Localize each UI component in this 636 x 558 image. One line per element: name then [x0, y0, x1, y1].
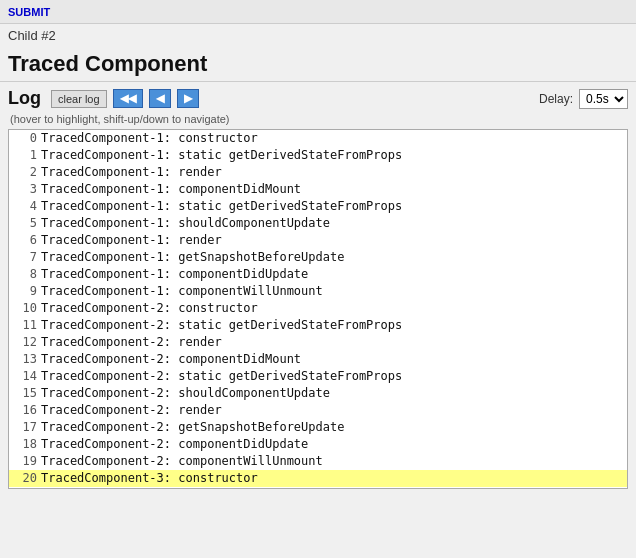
- log-entry[interactable]: 5TracedComponent-1: shouldComponentUpdat…: [9, 215, 627, 232]
- nav-back-button[interactable]: ◀◀: [113, 89, 143, 108]
- log-section: Log clear log ◀◀ ◀ ▶ Delay: 0.5s 1s 2s (…: [0, 82, 636, 495]
- log-entry[interactable]: 18TracedComponent-2: componentDidUpdate: [9, 436, 627, 453]
- log-text: TracedComponent-2: componentDidUpdate: [41, 437, 308, 451]
- log-entry[interactable]: 17TracedComponent-2: getSnapshotBeforeUp…: [9, 419, 627, 436]
- submit-link[interactable]: SUBMIT: [8, 6, 50, 18]
- top-bar: SUBMIT: [0, 0, 636, 24]
- log-index: 19: [13, 454, 37, 468]
- delay-select[interactable]: 0.5s 1s 2s: [579, 89, 628, 109]
- log-index: 14: [13, 369, 37, 383]
- log-text: TracedComponent-2: shouldComponentUpdate: [41, 386, 330, 400]
- log-index: 1: [13, 148, 37, 162]
- log-text: TracedComponent-2: render: [41, 403, 222, 417]
- log-index: 11: [13, 318, 37, 332]
- clear-log-button[interactable]: clear log: [51, 90, 107, 108]
- log-index: 3: [13, 182, 37, 196]
- log-entry[interactable]: 20TracedComponent-3: constructor: [9, 470, 627, 487]
- log-text: TracedComponent-1: componentWillUnmount: [41, 284, 323, 298]
- component-title: Traced Component: [0, 45, 636, 82]
- log-entry[interactable]: 11TracedComponent-2: static getDerivedSt…: [9, 317, 627, 334]
- log-entry[interactable]: 10TracedComponent-2: constructor: [9, 300, 627, 317]
- log-entry[interactable]: 16TracedComponent-2: render: [9, 402, 627, 419]
- log-index: 10: [13, 301, 37, 315]
- log-text: TracedComponent-1: render: [41, 165, 222, 179]
- log-container[interactable]: 0TracedComponent-1: constructor1TracedCo…: [8, 129, 628, 489]
- log-text: TracedComponent-2: constructor: [41, 301, 258, 315]
- log-text: TracedComponent-2: getSnapshotBeforeUpda…: [41, 420, 344, 434]
- log-index: 0: [13, 131, 37, 145]
- log-index: 5: [13, 216, 37, 230]
- log-text: TracedComponent-1: shouldComponentUpdate: [41, 216, 330, 230]
- log-text: TracedComponent-1: getSnapshotBeforeUpda…: [41, 250, 344, 264]
- log-text: TracedComponent-2: render: [41, 335, 222, 349]
- log-index: 13: [13, 352, 37, 366]
- log-entry[interactable]: 15TracedComponent-2: shouldComponentUpda…: [9, 385, 627, 402]
- log-text: TracedComponent-1: static getDerivedStat…: [41, 148, 402, 162]
- log-index: 7: [13, 250, 37, 264]
- delay-label: Delay:: [539, 92, 573, 106]
- nav-prev-button[interactable]: ◀: [149, 89, 171, 108]
- log-entry[interactable]: 9TracedComponent-1: componentWillUnmount: [9, 283, 627, 300]
- log-entry[interactable]: 13TracedComponent-2: componentDidMount: [9, 351, 627, 368]
- log-index: 15: [13, 386, 37, 400]
- log-entry[interactable]: 2TracedComponent-1: render: [9, 164, 627, 181]
- log-entry[interactable]: 3TracedComponent-1: componentDidMount: [9, 181, 627, 198]
- log-entry[interactable]: 7TracedComponent-1: getSnapshotBeforeUpd…: [9, 249, 627, 266]
- log-index: 6: [13, 233, 37, 247]
- log-text: TracedComponent-1: render: [41, 233, 222, 247]
- log-index: 12: [13, 335, 37, 349]
- log-entry[interactable]: 4TracedComponent-1: static getDerivedSta…: [9, 198, 627, 215]
- log-entry[interactable]: 12TracedComponent-2: render: [9, 334, 627, 351]
- log-entry[interactable]: 19TracedComponent-2: componentWillUnmoun…: [9, 453, 627, 470]
- log-index: 4: [13, 199, 37, 213]
- nav-next-button[interactable]: ▶: [177, 89, 199, 108]
- log-title: Log: [8, 88, 41, 109]
- log-header: Log clear log ◀◀ ◀ ▶ Delay: 0.5s 1s 2s: [8, 88, 628, 109]
- log-entry[interactable]: 8TracedComponent-1: componentDidUpdate: [9, 266, 627, 283]
- log-text: TracedComponent-1: constructor: [41, 131, 258, 145]
- log-text: TracedComponent-1: componentDidUpdate: [41, 267, 308, 281]
- log-text: TracedComponent-2: componentWillUnmount: [41, 454, 323, 468]
- log-index: 17: [13, 420, 37, 434]
- log-entry[interactable]: 0TracedComponent-1: constructor: [9, 130, 627, 147]
- log-entry[interactable]: 14TracedComponent-2: static getDerivedSt…: [9, 368, 627, 385]
- log-index: 18: [13, 437, 37, 451]
- log-text: TracedComponent-2: static getDerivedStat…: [41, 318, 402, 332]
- log-index: 2: [13, 165, 37, 179]
- log-text: TracedComponent-3: constructor: [41, 471, 258, 485]
- log-text: TracedComponent-1: static getDerivedStat…: [41, 199, 402, 213]
- log-index: 16: [13, 403, 37, 417]
- log-entry[interactable]: 1TracedComponent-1: static getDerivedSta…: [9, 147, 627, 164]
- log-index: 9: [13, 284, 37, 298]
- log-text: TracedComponent-2: static getDerivedStat…: [41, 369, 402, 383]
- hover-hint: (hover to highlight, shift-up/down to na…: [8, 113, 628, 125]
- log-index: 8: [13, 267, 37, 281]
- log-entry[interactable]: 6TracedComponent-1: render: [9, 232, 627, 249]
- log-text: TracedComponent-2: componentDidMount: [41, 352, 301, 366]
- child-label: Child #2: [0, 24, 636, 45]
- log-index: 20: [13, 471, 37, 485]
- log-text: TracedComponent-1: componentDidMount: [41, 182, 301, 196]
